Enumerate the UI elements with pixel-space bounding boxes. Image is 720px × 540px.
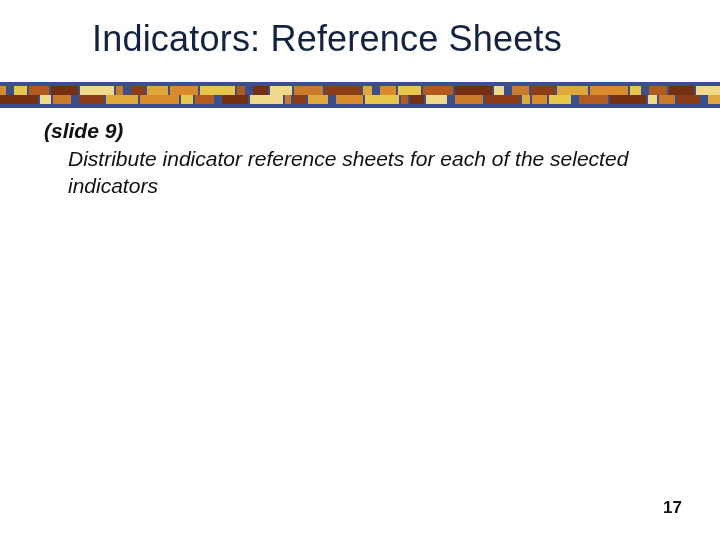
decor-segment	[455, 86, 492, 95]
decor-segment	[285, 95, 291, 104]
decor-segment	[522, 95, 530, 104]
decor-segment	[80, 86, 114, 95]
decor-segment	[531, 86, 555, 95]
decor-segment	[363, 86, 372, 95]
decor-segment	[270, 86, 292, 95]
decor-segment	[398, 86, 421, 95]
decor-segment	[170, 86, 198, 95]
decor-segment	[325, 86, 361, 95]
decor-segment	[294, 86, 323, 95]
decor-segment	[79, 95, 104, 104]
decor-row-top	[0, 86, 720, 95]
decor-segment	[696, 86, 720, 95]
decor-segment	[53, 95, 71, 104]
decor-segment	[0, 86, 6, 95]
decor-segment	[677, 95, 700, 104]
slide-reference-label: (slide 9)	[44, 118, 676, 144]
decor-segment	[147, 86, 168, 95]
content-area: (slide 9) Distribute indicator reference…	[0, 108, 720, 199]
decor-segment	[308, 95, 328, 104]
decor-segment	[181, 95, 193, 104]
decor-segment	[237, 86, 245, 95]
decor-segment	[195, 95, 214, 104]
decor-segment	[590, 86, 628, 95]
decor-row-bottom	[0, 95, 720, 104]
decor-segment	[380, 86, 396, 95]
decor-segment	[40, 95, 51, 104]
decor-segment	[116, 86, 123, 95]
decor-segment	[649, 86, 667, 95]
decor-segment	[455, 95, 483, 104]
decor-segment	[131, 86, 145, 95]
decor-segment	[140, 95, 179, 104]
decor-segment	[401, 95, 408, 104]
decor-segment	[0, 95, 38, 104]
body-text: Distribute indicator reference sheets fo…	[44, 146, 654, 199]
decor-segment	[579, 95, 608, 104]
decor-segment	[29, 86, 49, 95]
decor-segment	[106, 95, 138, 104]
page-number: 17	[663, 498, 682, 518]
decor-segment	[14, 86, 27, 95]
decor-segment	[532, 95, 547, 104]
decor-segment	[423, 86, 453, 95]
decor-segment	[557, 86, 588, 95]
decor-segment	[669, 86, 694, 95]
decor-segment	[410, 95, 424, 104]
decor-segment	[222, 95, 248, 104]
decor-segment	[293, 95, 306, 104]
decor-segment	[512, 86, 529, 95]
decor-segment	[365, 95, 399, 104]
decor-segment	[708, 95, 720, 104]
decor-segment	[610, 95, 646, 104]
decor-segment	[200, 86, 235, 95]
decorative-bar	[0, 82, 720, 108]
decor-segment	[253, 86, 268, 95]
decor-segment	[51, 86, 78, 95]
decor-segment	[659, 95, 675, 104]
decor-segment	[630, 86, 641, 95]
decor-segment	[485, 95, 520, 104]
decor-segment	[494, 86, 504, 95]
decor-segment	[648, 95, 657, 104]
decor-segment	[549, 95, 571, 104]
slide-title: Indicators: Reference Sheets	[0, 0, 720, 60]
decor-segment	[336, 95, 363, 104]
decor-segment	[250, 95, 283, 104]
decor-segment	[426, 95, 447, 104]
